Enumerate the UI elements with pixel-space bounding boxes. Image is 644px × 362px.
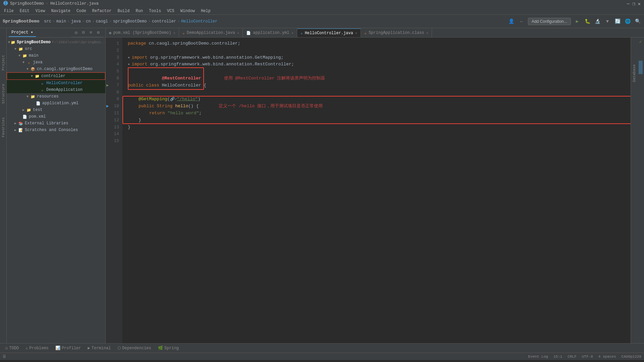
bottom-tabs: ☑ TODO ⚠ Problems 📊 Profiler ▶ Terminal …	[0, 343, 644, 353]
update-icon[interactable]: 🔄	[614, 18, 621, 25]
code-area[interactable]: package cn.caogl.springBootDemo.controll…	[122, 38, 644, 343]
bc-hellocontroller[interactable]: HelloController	[181, 19, 217, 24]
collapse-all-icon[interactable]: ⊟	[80, 29, 87, 36]
expand-arrow-resources[interactable]: ▼	[25, 95, 30, 99]
close-tab-hello[interactable]: ✕	[355, 31, 358, 35]
status-indent[interactable]: 4 spaces	[598, 355, 616, 359]
bc-caogl[interactable]: caogl	[96, 19, 108, 24]
tab-hellocontroller[interactable]: ☕ HelloController.java ✕	[297, 28, 361, 37]
status-branch[interactable]: CAO6p1220	[622, 355, 641, 359]
project-tab-vertical[interactable]: Project	[1, 55, 5, 70]
database-tab[interactable]: Database	[632, 64, 636, 82]
tree-item-main[interactable]: ▼ 📁 main	[7, 52, 105, 59]
tree-item-cn[interactable]: ▼ 📦 cn.caogl.springBootDemo	[7, 66, 105, 72]
tree-item-scratches[interactable]: ▶ 📝 Scratches and Consoles	[7, 127, 105, 133]
bc-src[interactable]: src	[44, 19, 51, 24]
bc-main[interactable]: main	[56, 19, 66, 24]
status-event-log[interactable]: Event Log	[528, 355, 548, 359]
tree-item-resources[interactable]: ▼ 📁 resources	[7, 93, 105, 100]
menu-view[interactable]: View	[33, 8, 48, 14]
debug-icon[interactable]: 🐛	[584, 18, 591, 25]
maximize-btn[interactable]: ❐	[632, 1, 635, 7]
structure-tab-vertical[interactable]: Structure	[1, 84, 5, 104]
tab-problems[interactable]: ⚠ Problems	[23, 344, 51, 352]
run-icon[interactable]: ▶	[574, 18, 581, 25]
expand-arrow-cn[interactable]: ▼	[25, 67, 30, 71]
tab-icon-hello: ☕	[301, 31, 303, 35]
tree-item-controller[interactable]: ▼ 📁 controller	[7, 72, 105, 80]
tree-item-hellocontroller[interactable]: ▶ ☕ HelloController	[7, 80, 105, 86]
menu-vcs[interactable]: VCS	[164, 8, 177, 14]
tab-dependencies[interactable]: ⬡ Dependencies	[115, 344, 154, 352]
tree-item-extlibs[interactable]: ▶ 📚 External Libraries	[7, 120, 105, 127]
minimize-btn[interactable]: —	[627, 1, 630, 7]
tab-applicationyml[interactable]: 📄 application.yml ✕	[243, 28, 297, 37]
tree-item-java[interactable]: ▼ ☕ java	[7, 59, 105, 66]
tab-todo[interactable]: ☑ TODO	[3, 344, 21, 352]
tree-item-pomxml[interactable]: ▶ 📄 pom.xml	[7, 113, 105, 120]
menu-window[interactable]: Window	[178, 8, 198, 14]
user-icon[interactable]: 👤	[508, 18, 515, 25]
tab-profiler[interactable]: 📊 Profiler	[53, 344, 84, 352]
more-run-icon[interactable]: ▼	[604, 18, 611, 25]
translate-icon[interactable]: 🌐	[624, 18, 631, 25]
yaml-icon: 📄	[36, 101, 41, 106]
menu-edit[interactable]: Edit	[17, 8, 32, 14]
close-tab-yaml[interactable]: ✕	[291, 31, 293, 35]
tree-item-demoapplication[interactable]: ▶ ☕ DemoApplication	[7, 86, 105, 93]
tab-terminal[interactable]: ▶ Terminal	[85, 344, 114, 352]
status-line-ending[interactable]: CRLF	[568, 355, 576, 359]
menu-file[interactable]: File	[1, 8, 16, 14]
run-debug-gutter-10[interactable]: ▶	[106, 103, 109, 110]
tree-item-springbootdemo[interactable]: ▼ 📁 SpringBootDemo F:\IDEA\csdn\SpringBo…	[7, 39, 105, 46]
folder-icon-main: 📁	[22, 53, 28, 58]
close-tab-demo[interactable]: ✕	[237, 31, 239, 35]
menu-run[interactable]: Run	[133, 8, 146, 14]
expand-arrow-controller[interactable]: ▼	[30, 74, 34, 78]
show-options-icon[interactable]: ≡	[88, 29, 94, 36]
settings-icon[interactable]: ⚙	[95, 29, 101, 36]
fold-4[interactable]: ▸	[128, 61, 130, 68]
menu-help[interactable]: Help	[198, 8, 213, 14]
status-encoding[interactable]: UTF-8	[582, 355, 593, 359]
expand-arrow-test[interactable]: ▶	[21, 108, 25, 112]
bc-java[interactable]: java	[71, 19, 81, 24]
back-icon[interactable]: ←	[518, 18, 525, 25]
menu-code[interactable]: Code	[74, 8, 89, 14]
expand-arrow[interactable]: ▼	[8, 40, 10, 44]
tab-demoapplication[interactable]: ☕ DemoApplication.java ✕	[179, 28, 243, 37]
bc-controller[interactable]: controller	[152, 19, 176, 24]
tab-pomxml[interactable]: ⚙ pom.xml (SpringBootDemo) ✕	[106, 28, 179, 37]
tree-label-pomxml: pom.xml	[29, 114, 46, 119]
expand-arrow-extlibs[interactable]: ▶	[13, 121, 17, 125]
menu-refactor[interactable]: Refactor	[90, 8, 114, 14]
bc-springbootdemo[interactable]: springBootDemo	[113, 19, 147, 24]
close-tab-spring[interactable]: ✕	[426, 31, 429, 35]
tab-springapplication[interactable]: ☕ SpringApplication.class ✕	[361, 28, 432, 37]
close-btn[interactable]: ✕	[638, 1, 641, 7]
favorites-tab-vertical[interactable]: Favorites	[1, 117, 5, 137]
add-configuration-btn[interactable]: Add Configuration...	[528, 18, 571, 25]
tree-item-test[interactable]: ▶ 📁 test	[7, 107, 105, 113]
close-tab-pom[interactable]: ✕	[173, 31, 175, 35]
run-with-coverage-icon[interactable]: 🔬	[594, 18, 601, 25]
tree-item-applicationyml[interactable]: ▶ 📄 application.yml	[7, 100, 105, 107]
bc-cn[interactable]: cn	[86, 19, 91, 24]
menu-tools[interactable]: Tools	[146, 8, 164, 14]
status-position[interactable]: 15:1	[553, 355, 562, 359]
tree-item-src[interactable]: ▼ 📁 src	[7, 46, 105, 52]
menu-navigate[interactable]: Navigate	[48, 8, 73, 14]
run-gutter-7[interactable]: ▶	[106, 82, 109, 89]
tab-spring[interactable]: 🌿 Spring	[155, 344, 181, 352]
terminal-label: Terminal	[92, 346, 111, 351]
menu-build[interactable]: Build	[115, 8, 132, 14]
search-everywhere-icon[interactable]: 🔍	[634, 18, 641, 25]
folder-icon-src: 📁	[18, 46, 23, 52]
expand-arrow-scratches[interactable]: ▶	[13, 128, 17, 132]
locate-icon[interactable]: ◎	[73, 29, 79, 36]
expand-arrow-src[interactable]: ▼	[13, 47, 17, 51]
expand-arrow-java[interactable]: ▼	[21, 60, 25, 64]
project-tab[interactable]: Project ▾	[9, 28, 36, 37]
expand-arrow-main[interactable]: ▼	[17, 54, 21, 58]
fold-3[interactable]: ▸	[128, 54, 130, 61]
